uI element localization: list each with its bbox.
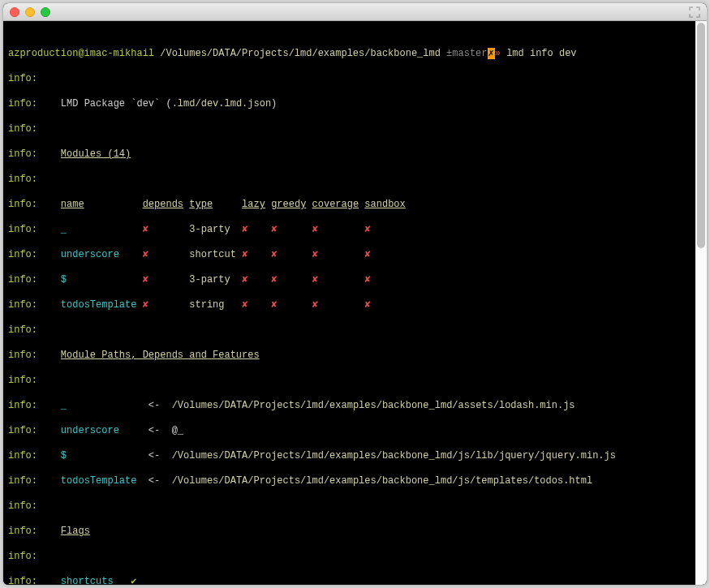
command-text: lmd info dev xyxy=(506,48,576,59)
table-row: info: $ ✘ 3-party ✘ ✘ ✘ ✘ xyxy=(8,274,702,287)
close-icon[interactable] xyxy=(10,7,19,17)
table-row: info: _ ✘ 3-party ✘ ✘ ✘ ✘ xyxy=(8,224,702,237)
table-row: info: todosTemplate ✘ string ✘ ✘ ✘ ✘ xyxy=(8,299,702,312)
scrollbar-track[interactable] xyxy=(695,21,707,585)
terminal-body[interactable]: azproduction@imac-mikhail /Volumes/DATA/… xyxy=(3,21,707,585)
terminal-window: azproduction@imac-mikhail /Volumes/DATA/… xyxy=(3,3,707,585)
prompt-line: azproduction@imac-mikhail /Volumes/DATA/… xyxy=(8,48,702,61)
scrollbar-thumb[interactable] xyxy=(697,23,705,248)
modules-heading: Modules (14) xyxy=(61,148,131,160)
titlebar xyxy=(3,3,707,21)
paths-depends-heading: Module Paths, Depends and Features xyxy=(61,350,260,361)
flags-heading: Flags xyxy=(61,526,90,537)
table-header: info: name depends type lazy greedy cove… xyxy=(8,199,702,212)
minimize-icon[interactable] xyxy=(25,7,35,17)
fullscreen-icon[interactable] xyxy=(689,6,700,18)
zoom-icon[interactable] xyxy=(41,7,50,17)
table-row: info: underscore ✘ shortcut ✘ ✘ ✘ ✘ xyxy=(8,249,702,262)
